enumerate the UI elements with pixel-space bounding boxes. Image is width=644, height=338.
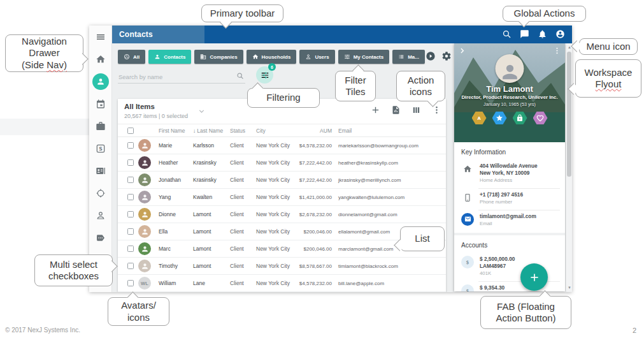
star-badge[interactable]: [492, 112, 507, 124]
table-row[interactable]: EllaLamontClientNew York City$200,046.00…: [118, 223, 446, 240]
detail-caption: Home Address: [480, 177, 538, 184]
sidebar-item-menu[interactable]: [92, 29, 109, 45]
table-row[interactable]: MarieKarlssonClientNew York City$4,578,2…: [118, 137, 446, 154]
cell-first-name: Marie: [159, 142, 193, 149]
accounts-item[interactable]: $$ 9,354.3045190035129Chequing: [454, 281, 565, 291]
key-information-section: Key Information 404 Willowdale AvenueNew…: [454, 142, 565, 235]
column-header-last-name[interactable]: ↓Last Name: [193, 128, 230, 134]
dots-vertical-icon[interactable]: [432, 105, 441, 115]
row-checkbox[interactable]: [127, 263, 134, 269]
filter-tile-my-contacts[interactable]: My Contacts: [338, 50, 390, 64]
filter-tile-users[interactable]: Users: [299, 50, 334, 64]
contact-name: Tim Lamont: [454, 84, 565, 94]
toolbar-title-segment: Contacts: [112, 26, 204, 43]
cell-first-name: Ella: [159, 228, 193, 235]
export-file-icon[interactable]: [391, 105, 401, 115]
column-header-status[interactable]: Status: [230, 128, 256, 134]
table-row[interactable]: TimothyLamontClientNew York City$8,578,6…: [118, 258, 446, 275]
sidebar-item-schedules[interactable]: S: [92, 140, 109, 157]
sidebar-item-tag[interactable]: [92, 230, 109, 246]
search-icon: [236, 72, 244, 80]
sidebar-item-target[interactable]: [92, 185, 109, 202]
callout-navigation-drawer: Navigation Drawer (Side Nav): [5, 34, 83, 72]
scrollbar-thumb[interactable]: [567, 52, 571, 177]
fab-button[interactable]: [520, 263, 548, 291]
key-information-item[interactable]: timlamont@gmail.comEmail: [454, 210, 565, 231]
row-checkbox[interactable]: [127, 211, 134, 217]
column-header-first-name[interactable]: First Name: [159, 128, 193, 134]
key-information-item[interactable]: +1 (718) 297 4516Phone number: [454, 188, 565, 210]
table-row[interactable]: JonathanKrasinskyClientNew York City$7,2…: [118, 172, 446, 189]
filter-tile-ma-[interactable]: Ma...: [392, 50, 425, 64]
callout-avatars: Avatars/ icons: [108, 297, 169, 326]
cell-aum: $4,578,232.00: [295, 281, 332, 286]
dollar-icon: $: [461, 256, 474, 268]
avatar[interactable]: [496, 54, 524, 83]
tune-icon: [261, 71, 269, 80]
sidebar-item-person-outline[interactable]: [92, 207, 109, 224]
columns-icon[interactable]: [411, 105, 421, 115]
accounts-item[interactable]: $$ 2,500,000.00LAM48967401K: [454, 253, 565, 281]
cell-email: bill.lane@apple.com: [332, 281, 446, 286]
chevron-right-icon[interactable]: [459, 47, 466, 55]
cell-status: Client: [230, 246, 256, 252]
person-icon: [141, 193, 149, 202]
table-row[interactable]: DionneLamontClientNew York City$2,678,23…: [118, 206, 446, 223]
settings-icon[interactable]: [441, 51, 452, 61]
cell-city: New York City: [256, 228, 295, 235]
callout-primary-toolbar: Primary toolbar: [201, 4, 283, 22]
column-header-city[interactable]: City: [256, 128, 295, 134]
scroll-down-arrow[interactable]: ▼: [566, 284, 572, 291]
view-actions: [426, 51, 452, 61]
detail-caption: Phone number: [480, 198, 523, 206]
table-row[interactable]: YangKwaltenClientNew York City$1,421,000…: [118, 189, 446, 206]
cell-last-name: Lamont: [193, 246, 230, 252]
sidebar-item-home[interactable]: [92, 51, 109, 68]
sidebar-item-contact-card[interactable]: [92, 163, 109, 179]
tune-icon: [344, 54, 350, 60]
lock-badge[interactable]: [513, 112, 527, 124]
filter-tile-all[interactable]: All: [118, 50, 145, 64]
dots-vertical-icon[interactable]: [553, 47, 562, 55]
account-circle-icon[interactable]: [555, 29, 566, 40]
row-checkbox[interactable]: [127, 228, 134, 235]
plus-icon[interactable]: [371, 105, 380, 115]
search-icon[interactable]: [502, 29, 513, 40]
sidebar-item-briefcase[interactable]: [92, 118, 109, 135]
search-input[interactable]: [118, 71, 245, 84]
cell-city: New York City: [256, 177, 295, 183]
column-header-email[interactable]: Email: [332, 128, 446, 134]
chat-icon[interactable]: [520, 29, 531, 40]
cell-status: Client: [230, 280, 256, 286]
avatar: [138, 208, 151, 221]
play-circle-icon[interactable]: [426, 51, 436, 61]
avatar-initials: WL: [138, 277, 151, 290]
notifications-icon[interactable]: [538, 29, 548, 40]
row-checkbox[interactable]: [127, 142, 134, 149]
table-row[interactable]: HeatherKrasinskyClientNew York City$7,22…: [118, 154, 446, 172]
row-checkbox[interactable]: [127, 159, 134, 166]
filter-tile-companies[interactable]: Companies: [194, 50, 243, 64]
row-checkbox[interactable]: [127, 246, 134, 252]
select-all-checkbox[interactable]: [127, 128, 134, 134]
letter-a-badge[interactable]: A: [472, 112, 487, 124]
row-checkbox[interactable]: [127, 194, 134, 200]
key-information-item[interactable]: 404 Willowdale AvenueNew York, NY 10009H…: [454, 159, 565, 188]
heart-badge[interactable]: [533, 112, 548, 124]
list-title: All Items: [124, 103, 155, 110]
filter-tile-households[interactable]: Households: [247, 50, 297, 64]
filter-tile-contacts[interactable]: Contacts: [148, 50, 191, 64]
briefcase-icon: [96, 121, 106, 131]
row-checkbox[interactable]: [127, 280, 134, 286]
scrollbar[interactable]: ▲ ▼: [566, 43, 572, 291]
sidebar-item-contacts[interactable]: [92, 73, 109, 90]
sidebar-item-calendar[interactable]: [92, 96, 109, 112]
list-dropdown-chevron[interactable]: [197, 107, 206, 115]
cell-last-name: Kwalten: [193, 194, 230, 200]
section-title: Key Information: [454, 147, 565, 159]
column-header-aum[interactable]: AUM: [295, 128, 332, 134]
person-outline-icon: [305, 54, 311, 60]
table-row[interactable]: WLWilliamLaneClientNew York City$4,578,2…: [118, 275, 446, 292]
row-checkbox[interactable]: [127, 177, 134, 183]
letter-a-badge: A: [475, 114, 483, 122]
